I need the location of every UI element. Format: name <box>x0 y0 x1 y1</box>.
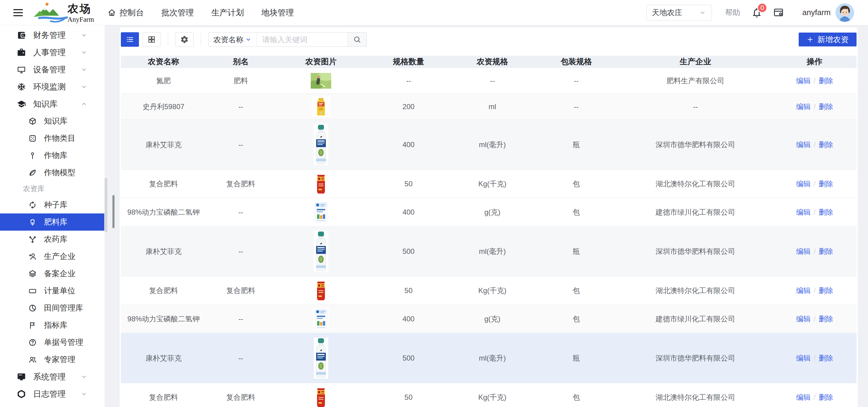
pack-cell: -- <box>534 102 618 112</box>
delete-link[interactable]: 删除 <box>818 208 833 216</box>
sidebar-item[interactable]: 知识库 <box>0 95 107 113</box>
product-image-cell <box>276 231 367 272</box>
sidebar-item-label: 作物类目 <box>44 133 75 144</box>
sidebar-item-label: 财务管理 <box>33 30 66 41</box>
sidebar-item[interactable]: 作物类目 <box>0 130 107 147</box>
grid-view-button[interactable] <box>143 32 161 47</box>
nav-item-plots[interactable]: 地块管理 <box>261 7 294 18</box>
add-material-button[interactable]: 新增农资 <box>799 33 857 46</box>
add-material-label: 新增农资 <box>817 34 849 45</box>
pack-cell: 包 <box>534 285 618 296</box>
delete-link[interactable]: 删除 <box>818 354 833 362</box>
top-nav: 控制台 批次管理 生产计划 地块管理 <box>107 7 294 18</box>
product-image-cell <box>276 338 367 379</box>
list-view-button[interactable] <box>121 32 139 47</box>
delete-link[interactable]: 删除 <box>818 315 833 323</box>
table-header-row: 农资名称别名农资图片规格数量农资规格包装规格生产企业操作 <box>121 56 857 68</box>
chevron-down-icon <box>81 374 87 380</box>
table-row: 氮肥肥料------肥料生产有限公司编辑/删除 <box>121 68 857 94</box>
sidebar-item[interactable]: 财务管理 <box>0 27 107 44</box>
qty-cell: 50 <box>367 179 450 189</box>
red-bag-image <box>278 174 364 194</box>
sidebar-item[interactable]: 计量单位 <box>0 282 107 300</box>
white-bottle-image <box>278 338 364 379</box>
delete-link[interactable]: 删除 <box>818 286 833 294</box>
sidebar-item[interactable]: 知识库 <box>0 113 107 130</box>
environment-icon <box>17 82 26 91</box>
plus-icon <box>807 36 814 43</box>
nav-item-batches[interactable]: 批次管理 <box>161 7 194 18</box>
sidebar-item[interactable]: 农药库 <box>0 231 107 248</box>
edit-link[interactable]: 编辑 <box>796 247 810 255</box>
column-header: 别名 <box>206 56 275 67</box>
sidebar-item[interactable]: 系统管理 <box>0 368 107 385</box>
sidebar-item-label: 农药库 <box>44 234 67 245</box>
delete-link[interactable]: 删除 <box>818 76 833 85</box>
product-image-cell <box>276 124 367 165</box>
sidebar-item[interactable]: 作物模型 <box>0 164 107 181</box>
sidebar-item[interactable]: 田间管理库 <box>0 300 107 317</box>
search-input[interactable] <box>257 33 347 46</box>
delete-link[interactable]: 删除 <box>818 393 833 401</box>
workbench-settings-icon[interactable] <box>773 7 784 19</box>
sidebar-item[interactable]: 生产企业 <box>0 248 107 265</box>
qty-cell: 50 <box>367 285 450 296</box>
sidebar-item[interactable]: 环境监测 <box>0 78 107 95</box>
delete-link[interactable]: 删除 <box>818 247 833 255</box>
home-icon <box>107 8 116 17</box>
product-image-cell <box>276 308 367 330</box>
white-bottle-image <box>278 231 364 272</box>
sidebar-scrollbar-thumb[interactable] <box>104 178 107 232</box>
avatar[interactable] <box>835 3 854 22</box>
hamburger-menu-icon[interactable] <box>12 7 24 19</box>
flower-icon <box>28 218 37 226</box>
sidebar-item[interactable]: 作物库 <box>0 147 107 164</box>
sidebar-item[interactable]: 人事管理 <box>0 44 107 61</box>
notifications-button[interactable]: 0 <box>751 7 763 19</box>
edit-link[interactable]: 编辑 <box>796 286 810 294</box>
company-cell: 深圳市德华肥料有限公司 <box>618 139 773 150</box>
help-link[interactable]: 帮助 <box>725 7 740 18</box>
sidebar-item[interactable]: 指标库 <box>0 317 107 334</box>
username-label: anyfarm <box>802 8 831 17</box>
edit-link[interactable]: 编辑 <box>796 102 810 111</box>
nav-item-production-plan[interactable]: 生产计划 <box>211 7 244 18</box>
sidebar-item[interactable]: 备案企业 <box>0 265 107 282</box>
row-actions: 编辑/删除 <box>773 246 857 256</box>
sidebar-item[interactable]: 单据号管理 <box>0 334 107 351</box>
sidebar-item[interactable]: 种子库 <box>0 196 107 214</box>
qty-cell: 500 <box>367 353 450 363</box>
field-photo-image <box>278 73 364 89</box>
delete-link[interactable]: 删除 <box>818 102 833 111</box>
blue-bag-image <box>278 308 364 330</box>
farm-select[interactable]: 天地农庄 <box>646 5 712 21</box>
content-scrollbar-thumb[interactable] <box>113 195 115 228</box>
edit-link[interactable]: 编辑 <box>796 393 810 401</box>
column-settings-button[interactable] <box>176 32 193 47</box>
sidebar-item[interactable]: 肥料库 <box>0 214 104 231</box>
table-row: 康朴艾菲克--500ml(毫升)瓶深圳市德华肥料有限公司编辑/删除 <box>121 226 857 277</box>
search-category-select[interactable]: 农资名称 <box>209 33 257 46</box>
sidebar-item[interactable]: 日志管理 <box>0 385 107 403</box>
sidebar-item[interactable]: 设备管理 <box>0 61 107 78</box>
sidebar-item[interactable]: 专家管理 <box>0 351 107 368</box>
edit-link[interactable]: 编辑 <box>796 315 810 323</box>
edit-link[interactable]: 编辑 <box>796 354 810 362</box>
qty-cell: -- <box>367 76 450 86</box>
delete-link[interactable]: 删除 <box>818 180 833 188</box>
sidebar-item-label: 知识库 <box>33 99 58 109</box>
delete-link[interactable]: 删除 <box>818 140 833 149</box>
edit-link[interactable]: 编辑 <box>796 76 810 85</box>
alias-cell: -- <box>206 314 275 324</box>
search-button[interactable] <box>347 33 367 46</box>
pack-cell: 瓶 <box>534 246 618 256</box>
edit-link[interactable]: 编辑 <box>796 208 810 216</box>
edit-link[interactable]: 编辑 <box>796 140 810 149</box>
action-separator: / <box>813 315 815 323</box>
column-header: 包装规格 <box>534 56 618 67</box>
red-bag-image <box>278 280 364 301</box>
nav-item-console[interactable]: 控制台 <box>107 7 144 18</box>
action-separator: / <box>813 102 815 111</box>
edit-link[interactable]: 编辑 <box>796 180 810 188</box>
list-view-icon <box>126 35 134 44</box>
